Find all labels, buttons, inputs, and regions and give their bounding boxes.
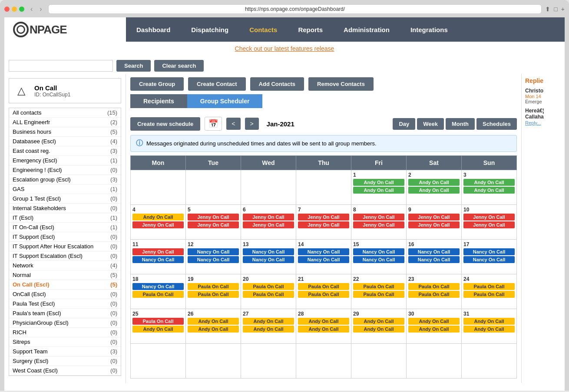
calendar-event[interactable]: Jenny On Call bbox=[353, 214, 404, 221]
calendar-event[interactable]: Nancy On Call bbox=[243, 256, 294, 263]
calendar-cell[interactable] bbox=[296, 170, 351, 205]
calendar-cell[interactable]: 28Andy On CallAndy On Call bbox=[296, 309, 351, 344]
group-item[interactable]: OnCall (Escl)(0) bbox=[9, 290, 121, 299]
search-input[interactable] bbox=[9, 60, 113, 72]
calendar-event[interactable]: Andy On Call bbox=[188, 326, 239, 333]
group-item[interactable]: IT Support Escalation (Escl)(0) bbox=[9, 251, 121, 261]
create-group-button[interactable]: Create Group bbox=[130, 77, 184, 91]
calendar-event[interactable]: Nancy On Call bbox=[463, 256, 515, 263]
calendar-event[interactable]: Andy On Call bbox=[243, 326, 294, 333]
calendar-cell[interactable]: 23Paula On CallPaula On Call bbox=[407, 274, 462, 309]
calendar-cell[interactable]: 4Andy On CallJenny On Call bbox=[131, 205, 186, 240]
calendar-event[interactable]: Andy On Call bbox=[463, 179, 515, 186]
calendar-cell[interactable] bbox=[186, 170, 241, 205]
calendar-event[interactable]: Andy On Call bbox=[132, 214, 184, 221]
calendar-icon-button[interactable]: 📅 bbox=[205, 117, 222, 131]
calendar-event[interactable]: Andy On Call bbox=[353, 318, 404, 325]
calendar-cell[interactable] bbox=[241, 170, 296, 205]
calendar-event[interactable]: Andy On Call bbox=[408, 326, 460, 333]
maximize-dot[interactable] bbox=[19, 7, 24, 12]
group-item[interactable]: All contacts(15) bbox=[9, 108, 121, 118]
group-item[interactable]: East coast reg.(3) bbox=[9, 146, 121, 156]
prev-month-button[interactable]: < bbox=[226, 118, 240, 130]
back-button[interactable]: ‹ bbox=[28, 4, 35, 14]
next-month-button[interactable]: > bbox=[245, 118, 259, 130]
calendar-event[interactable]: Andy On Call bbox=[243, 318, 294, 325]
calendar-event[interactable]: Jenny On Call bbox=[353, 221, 404, 228]
calendar-event[interactable]: Paula On Call bbox=[408, 283, 460, 290]
calendar-cell[interactable]: 9Jenny On CallJenny On Call bbox=[407, 205, 462, 240]
group-item[interactable]: IT On-Call (Escl)(1) bbox=[9, 223, 121, 232]
calendar-event[interactable]: Jenny On Call bbox=[298, 214, 349, 221]
calendar-event[interactable]: Jenny On Call bbox=[132, 248, 184, 255]
calendar-cell[interactable]: 29Andy On CallAndy On Call bbox=[351, 309, 407, 344]
calendar-cell[interactable]: 15Nancy On CallNancy On Call bbox=[351, 240, 407, 274]
minimize-dot[interactable] bbox=[12, 7, 17, 12]
calendar-event[interactable]: Paula On Call bbox=[132, 291, 184, 298]
tab-group-scheduler[interactable]: Group Scheduler bbox=[187, 94, 263, 108]
calendar-cell[interactable]: 1Andy On CallAndy On Call bbox=[351, 170, 407, 205]
group-item[interactable]: Paula's team (Escl)(0) bbox=[9, 309, 121, 318]
calendar-event[interactable]: Andy On Call bbox=[408, 318, 460, 325]
calendar-cell[interactable]: 22Paula On CallPaula On Call bbox=[351, 274, 407, 309]
calendar-cell[interactable]: 17Nancy On CallNancy On Call bbox=[462, 240, 517, 274]
calendar-cell[interactable]: 24Paula On CallPaula On Call bbox=[462, 274, 517, 309]
calendar-cell[interactable]: 16Nancy On CallNancy On Call bbox=[407, 240, 462, 274]
calendar-cell[interactable] bbox=[407, 344, 462, 379]
group-item[interactable]: GAS(1) bbox=[9, 184, 121, 194]
group-item[interactable]: Internal Stakeholders(0) bbox=[9, 204, 121, 213]
search-button[interactable]: Search bbox=[116, 60, 151, 72]
group-item[interactable]: Support Team(3) bbox=[9, 347, 121, 356]
group-item[interactable]: Sitreps(0) bbox=[9, 337, 121, 347]
calendar-cell[interactable]: 10Jenny On CallJenny On Call bbox=[462, 205, 517, 240]
calendar-event[interactable]: Nancy On Call bbox=[298, 256, 349, 263]
group-item[interactable]: Escalation group (Escl)(3) bbox=[9, 175, 121, 184]
calendar-cell[interactable]: 27Andy On CallAndy On Call bbox=[241, 309, 296, 344]
calendar-cell[interactable] bbox=[296, 344, 351, 379]
calendar-event[interactable]: Jenny On Call bbox=[463, 214, 515, 221]
calendar-event[interactable]: Jenny On Call bbox=[243, 221, 294, 228]
calendar-event[interactable]: Paula On Call bbox=[188, 283, 239, 290]
calendar-event[interactable]: Andy On Call bbox=[463, 187, 515, 194]
calendar-cell[interactable]: 7Jenny On CallJenny On Call bbox=[296, 205, 351, 240]
view-schedules-button[interactable]: Schedules bbox=[476, 118, 517, 130]
calendar-event[interactable]: Nancy On Call bbox=[243, 248, 294, 255]
tab-recipients[interactable]: Recipients bbox=[130, 94, 187, 108]
calendar-cell[interactable]: 6Jenny On CallJenny On Call bbox=[241, 205, 296, 240]
calendar-cell[interactable] bbox=[131, 170, 186, 205]
group-item[interactable]: IT Support (Escl)(0) bbox=[9, 232, 121, 242]
calendar-event[interactable]: Nancy On Call bbox=[353, 248, 404, 255]
calendar-event[interactable]: Paula On Call bbox=[353, 283, 404, 290]
group-item[interactable]: RICH(0) bbox=[9, 328, 121, 337]
calendar-event[interactable]: Paula On Call bbox=[243, 291, 294, 298]
group-item[interactable]: Emergency (Escl)(1) bbox=[9, 156, 121, 165]
calendar-event[interactable]: Andy On Call bbox=[463, 326, 515, 333]
feature-link[interactable]: Check out our latest features release bbox=[235, 45, 334, 52]
group-item[interactable]: PhysicianGroup (Escl)(0) bbox=[9, 318, 121, 328]
calendar-event[interactable]: Paula On Call bbox=[353, 291, 404, 298]
calendar-event[interactable]: Andy On Call bbox=[408, 187, 460, 194]
calendar-event[interactable]: Andy On Call bbox=[188, 318, 239, 325]
calendar-cell[interactable]: 5Jenny On CallJenny On Call bbox=[186, 205, 241, 240]
calendar-cell[interactable]: 11Jenny On CallNancy On Call bbox=[131, 240, 186, 274]
nav-dashboard[interactable]: Dashboard bbox=[126, 17, 181, 42]
remove-contacts-button[interactable]: Remove Contacts bbox=[308, 77, 374, 91]
calendar-event[interactable]: Jenny On Call bbox=[408, 221, 460, 228]
group-item[interactable]: IT (Escl)(1) bbox=[9, 213, 121, 223]
calendar-cell[interactable]: 30Andy On CallAndy On Call bbox=[407, 309, 462, 344]
calendar-cell[interactable]: 2Andy On CallAndy On Call bbox=[407, 170, 462, 205]
calendar-event[interactable]: Jenny On Call bbox=[408, 214, 460, 221]
nav-integrations[interactable]: Integrations bbox=[400, 17, 458, 42]
calendar-event[interactable]: Paula On Call bbox=[463, 283, 515, 290]
reply-link[interactable]: Reply... bbox=[525, 120, 541, 125]
nav-administration[interactable]: Administration bbox=[333, 17, 400, 42]
calendar-event[interactable]: Jenny On Call bbox=[132, 221, 184, 228]
calendar-cell[interactable] bbox=[186, 344, 241, 379]
group-item[interactable]: On Call (Escl)(5) bbox=[9, 280, 121, 290]
calendar-cell[interactable]: 19Paula On CallPaula On Call bbox=[186, 274, 241, 309]
calendar-cell[interactable] bbox=[241, 344, 296, 379]
create-schedule-button[interactable]: Create new schedule bbox=[130, 117, 200, 131]
group-item[interactable]: Group 1 Test (Escl)(0) bbox=[9, 194, 121, 204]
calendar-cell[interactable] bbox=[462, 344, 517, 379]
calendar-cell[interactable]: 14Nancy On CallNancy On Call bbox=[296, 240, 351, 274]
